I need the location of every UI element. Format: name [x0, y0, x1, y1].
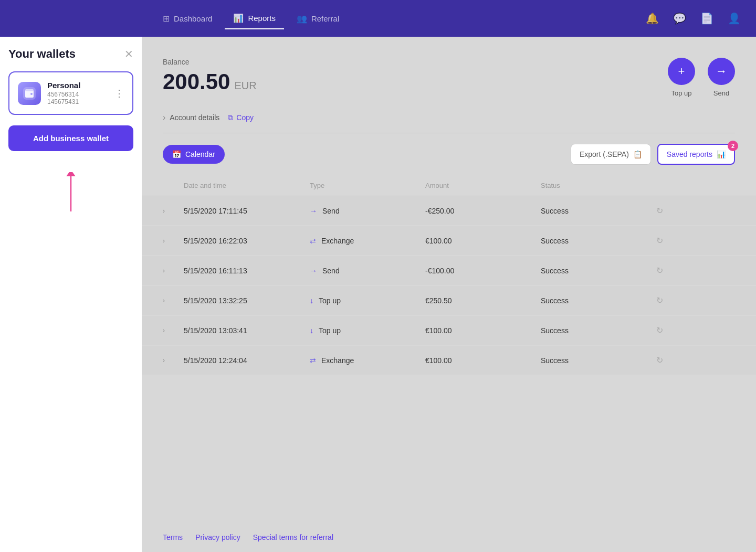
dashboard-icon: ⊞ — [163, 14, 170, 24]
copy-label: Copy — [236, 113, 254, 122]
transaction-list: › 5/15/2020 17:11:45 → Send -€250.00 Suc… — [142, 196, 756, 375]
copy-icon: ⧉ — [228, 113, 233, 122]
topup-action[interactable]: + Top up — [668, 58, 695, 97]
row-type: ↓ Top up — [310, 326, 425, 335]
table-header: Date and time Type Amount Status — [142, 175, 756, 196]
table-row[interactable]: › 5/15/2020 16:11:13 → Send -€100.00 Suc… — [142, 256, 756, 285]
calendar-button[interactable]: 📅 Calendar — [163, 145, 225, 164]
row-date: 5/15/2020 13:03:41 — [184, 326, 310, 335]
row-amount: €100.00 — [425, 356, 541, 365]
referral-icon: 👥 — [297, 14, 307, 24]
row-amount: -€250.00 — [425, 207, 541, 215]
type-icon: ↓ — [310, 326, 313, 335]
row-expand[interactable]: › — [163, 267, 184, 274]
export-icon: 📋 — [633, 150, 642, 158]
type-label: Exchange — [321, 356, 354, 365]
account-details-label: Account details — [170, 113, 219, 122]
row-expand[interactable]: › — [163, 207, 184, 215]
wallet-id: 456756314 145675431 — [47, 91, 108, 105]
balance-amount: 200.50 — [163, 69, 230, 94]
profile-icon[interactable]: 👤 — [724, 9, 743, 28]
row-type: ↓ Top up — [310, 296, 425, 305]
col-datetime: Date and time — [184, 182, 310, 189]
nav-item-reports[interactable]: 📊 Reports — [225, 8, 284, 29]
type-icon: ⇄ — [310, 356, 316, 365]
row-date: 5/15/2020 13:32:25 — [184, 296, 310, 305]
export-button[interactable]: Export (.SEPA) 📋 — [571, 144, 651, 165]
arrow-up-indicator — [8, 172, 133, 214]
row-date: 5/15/2020 16:22:03 — [184, 237, 310, 245]
table-row[interactable]: › 5/15/2020 17:11:45 → Send -€250.00 Suc… — [142, 196, 756, 225]
footer-terms[interactable]: Terms — [163, 533, 183, 542]
type-label: Exchange — [321, 237, 354, 245]
document-icon[interactable]: 📄 — [697, 9, 716, 28]
wallet-card[interactable]: Personal 456756314 145675431 ⋮ — [8, 71, 133, 115]
table-row[interactable]: › 5/15/2020 16:22:03 ⇄ Exchange €100.00 … — [142, 226, 756, 255]
messages-icon[interactable]: 💬 — [670, 9, 689, 28]
copy-button[interactable]: ⧉ Copy — [228, 113, 254, 122]
account-details-toggle[interactable]: › Account details — [163, 113, 219, 122]
row-refresh-icon[interactable]: ↻ — [656, 206, 688, 216]
type-label: Top up — [319, 296, 341, 305]
saved-reports-icon: 📊 — [717, 150, 726, 158]
table-row[interactable]: › 5/15/2020 13:03:41 ↓ Top up €100.00 Su… — [142, 316, 756, 345]
row-amount: €250.50 — [425, 296, 541, 305]
topup-label: Top up — [671, 89, 691, 97]
row-refresh-icon[interactable]: ↻ — [656, 236, 688, 246]
wallet-icon — [18, 82, 41, 105]
notifications-icon[interactable]: 🔔 — [643, 9, 662, 28]
col-type: Type — [310, 182, 425, 189]
type-icon: → — [310, 267, 317, 275]
row-status: Success — [541, 207, 656, 215]
send-circle: → — [708, 58, 735, 85]
col-amount: Amount — [425, 182, 541, 189]
type-icon: → — [310, 207, 317, 215]
type-label: Send — [322, 267, 340, 275]
nav-item-referral[interactable]: 👥 Referral — [288, 8, 348, 29]
send-label: Send — [713, 89, 729, 97]
row-type: → Send — [310, 267, 425, 275]
table-row[interactable]: › 5/15/2020 13:32:25 ↓ Top up €250.50 Su… — [142, 286, 756, 315]
row-type: ⇄ Exchange — [310, 356, 425, 365]
row-date: 5/15/2020 17:11:45 — [184, 207, 310, 215]
row-expand[interactable]: › — [163, 297, 184, 304]
row-date: 5/15/2020 12:24:04 — [184, 356, 310, 365]
footer-referral-terms[interactable]: Special terms for referral — [253, 533, 333, 542]
row-date: 5/15/2020 16:11:13 — [184, 267, 310, 275]
row-expand[interactable]: › — [163, 357, 184, 364]
row-status: Success — [541, 296, 656, 305]
row-refresh-icon[interactable]: ↻ — [656, 325, 688, 335]
row-amount: -€100.00 — [425, 267, 541, 275]
type-icon: ↓ — [310, 296, 313, 305]
calendar-icon: 📅 — [172, 150, 181, 158]
row-status: Success — [541, 326, 656, 335]
add-business-wallet-button[interactable]: Add business wallet — [8, 125, 133, 151]
row-refresh-icon[interactable]: ↻ — [656, 355, 688, 365]
col-status: Status — [541, 182, 656, 189]
saved-reports-label: Saved reports — [667, 150, 712, 158]
row-refresh-icon[interactable]: ↻ — [656, 266, 688, 275]
row-refresh-icon[interactable]: ↻ — [656, 295, 688, 305]
row-amount: €100.00 — [425, 326, 541, 335]
row-amount: €100.00 — [425, 237, 541, 245]
row-expand[interactable]: › — [163, 327, 184, 334]
type-label: Top up — [319, 326, 341, 335]
wallet-menu-icon[interactable]: ⋮ — [114, 88, 124, 99]
nav-item-dashboard[interactable]: ⊞ Dashboard — [154, 8, 220, 29]
send-action[interactable]: → Send — [708, 58, 735, 97]
saved-reports-badge: 2 — [728, 141, 738, 151]
balance-label: Balance — [163, 58, 257, 66]
row-expand[interactable]: › — [163, 237, 184, 245]
type-icon: ⇄ — [310, 237, 316, 245]
footer-privacy[interactable]: Privacy policy — [195, 533, 240, 542]
table-row[interactable]: › 5/15/2020 12:24:04 ⇄ Exchange €100.00 … — [142, 346, 756, 375]
wallet-name: Personal — [47, 81, 108, 90]
row-type: → Send — [310, 207, 425, 215]
saved-reports-button[interactable]: Saved reports 📊 2 — [657, 144, 735, 165]
reports-icon: 📊 — [233, 13, 244, 23]
row-status: Success — [541, 267, 656, 275]
topup-circle: + — [668, 58, 695, 85]
balance-currency: EUR — [234, 80, 256, 92]
close-button[interactable]: ✕ — [124, 48, 133, 60]
type-label: Send — [322, 207, 340, 215]
